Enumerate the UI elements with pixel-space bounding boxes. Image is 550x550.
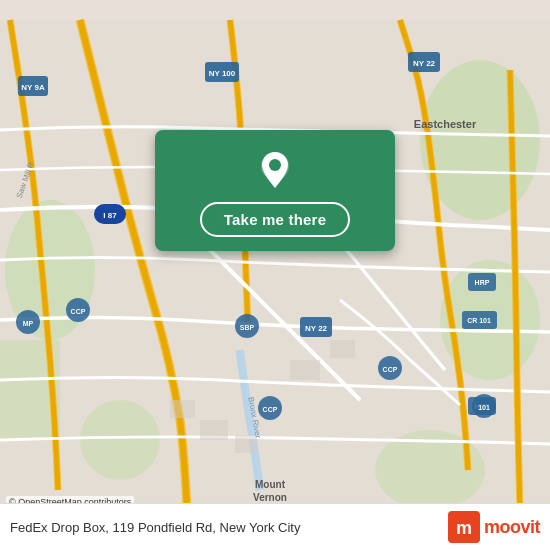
svg-text:NY 9A: NY 9A (21, 83, 45, 92)
svg-text:CCP: CCP (263, 406, 278, 413)
location-text: FedEx Drop Box, 119 Pondfield Rd, New Yo… (10, 520, 448, 535)
svg-text:HRP: HRP (475, 279, 490, 286)
svg-text:101: 101 (478, 404, 490, 411)
svg-text:I 87: I 87 (103, 211, 117, 220)
bottom-bar: FedEx Drop Box, 119 Pondfield Rd, New Yo… (0, 503, 550, 550)
svg-point-4 (80, 400, 160, 480)
svg-text:NY 100: NY 100 (209, 69, 236, 78)
svg-point-46 (269, 159, 281, 171)
svg-rect-11 (170, 400, 195, 418)
svg-text:CR 101: CR 101 (467, 317, 491, 324)
svg-text:SBP: SBP (240, 324, 255, 331)
svg-rect-7 (290, 360, 320, 380)
svg-text:CCP: CCP (383, 366, 398, 373)
map-background: NY 9A NY 100 NY 22 NY 22 I 87 CCP CCP CC… (0, 0, 550, 550)
svg-text:NY 22: NY 22 (305, 324, 328, 333)
map-container: NY 9A NY 100 NY 22 NY 22 I 87 CCP CCP CC… (0, 0, 550, 550)
svg-rect-8 (330, 340, 355, 358)
moovit-m-icon: m (448, 511, 480, 543)
take-me-there-button[interactable]: Take me there (200, 202, 350, 237)
svg-text:m: m (456, 518, 472, 538)
svg-text:Vernon: Vernon (253, 492, 287, 503)
svg-text:NY 22: NY 22 (413, 59, 436, 68)
svg-text:Mount: Mount (255, 479, 286, 490)
cta-overlay: Take me there (155, 130, 395, 251)
svg-text:Eastchester: Eastchester (414, 118, 477, 130)
svg-text:MP: MP (23, 320, 34, 327)
moovit-wordmark: moovit (484, 517, 540, 538)
svg-text:CCP: CCP (71, 308, 86, 315)
location-pin-icon (253, 148, 297, 192)
svg-rect-9 (200, 420, 228, 440)
moovit-logo: m moovit (448, 511, 540, 543)
